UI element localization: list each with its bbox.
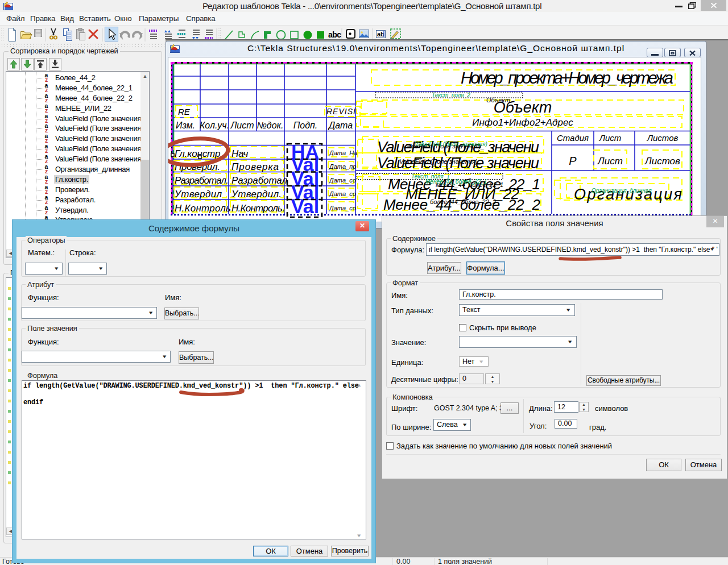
svg-text:Номер_проекта+Номер_чертежа: Номер_проекта+Номер_чертежа xyxy=(461,69,673,87)
svg-text:Изм.: Изм. xyxy=(176,121,195,130)
svg-text:abc: abc xyxy=(328,30,341,39)
svg-text:Н.Контроль.: Н.Контроль. xyxy=(231,203,285,214)
svg-text:Дата: Дата xyxy=(328,121,353,130)
svg-text:№док.: №док. xyxy=(257,121,283,130)
svg-text:Р: Р xyxy=(569,155,577,167)
svg-text:ValueField (Поле_значения): ValueField (Поле_значения) xyxy=(415,141,487,147)
svg-text:ab: ab xyxy=(377,31,384,38)
svg-text:Лист: Лист xyxy=(599,133,622,143)
svg-text:Листов: Листов xyxy=(647,133,679,143)
svg-text:Дата_со: Дата_со xyxy=(328,205,356,211)
svg-text:Дата_На: Дата_На xyxy=(328,149,357,156)
svg-text:ValueField (Поле значения)_: ValueField (Поле значения)_ xyxy=(399,158,481,165)
svg-text:Объект: Объект xyxy=(486,97,510,103)
svg-text:Менее_44_более_22_1: Менее_44_более_22_1 xyxy=(425,178,487,185)
svg-text:REVISI: REVISI xyxy=(326,107,356,116)
svg-text:Кол.уч.: Кол.уч. xyxy=(200,121,229,130)
svg-text:Листов: Листов xyxy=(644,156,680,167)
svg-text:Инфо1+Инфо2+Адрес: Инфо1+Инфо2+Адрес xyxy=(472,117,573,128)
svg-text:Организация_длинная: Организация_длинная xyxy=(592,188,652,194)
svg-text:Текст_поля_2: Текст_поля_2 xyxy=(432,92,470,98)
svg-text:Дата_со: Дата_со xyxy=(328,190,356,197)
svg-text:Проверка: Проверка xyxy=(231,161,279,172)
svg-text:Нач: Нач xyxy=(231,148,249,159)
svg-text:Дата_со: Дата_со xyxy=(328,177,356,184)
svg-text:Дата_пр: Дата_пр xyxy=(328,163,356,170)
svg-text:RE: RE xyxy=(178,107,191,117)
svg-text:Стадия: Стадия xyxy=(557,133,589,143)
svg-text:Лист: Лист xyxy=(230,121,254,130)
svg-text:Н.Контроль: Н.Контроль xyxy=(175,203,231,214)
svg-text:Разработал: Разработал xyxy=(231,175,287,186)
svg-text:Лист: Лист xyxy=(597,156,623,167)
svg-text:Разработал.: Разработал. xyxy=(175,175,229,186)
svg-text:Утвердил: Утвердил xyxy=(174,189,222,200)
svg-text:Подп.: Подп. xyxy=(293,121,318,130)
svg-text:Утвердил.: Утвердил. xyxy=(231,189,282,200)
svg-text:более_44_более_22_2: более_44_более_22_2 xyxy=(430,198,496,205)
